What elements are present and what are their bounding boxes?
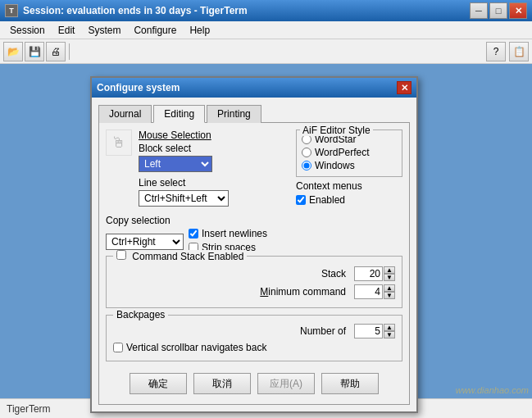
main-area: Configure system ✕ Journal Editing Print…	[0, 64, 532, 398]
top-section: 🖱 Mouse Selection Block select Left Midd…	[106, 129, 402, 256]
context-enabled-checkbox[interactable]	[296, 195, 306, 205]
stack-spinbox: ▲ ▼	[354, 266, 395, 281]
ok-button[interactable]: 确定	[130, 373, 187, 394]
copy-select-dropdown[interactable]: Ctrl+Right Ctrl+C	[106, 234, 184, 250]
stack-input[interactable]	[354, 266, 383, 281]
min-command-input[interactable]	[354, 284, 383, 299]
toolbar-separator	[69, 43, 70, 60]
tab-content-editing: 🖱 Mouse Selection Block select Left Midd…	[98, 123, 410, 405]
toolbar-open-button[interactable]: 📂	[3, 42, 23, 61]
menu-edit[interactable]: Edit	[52, 23, 82, 38]
mouse-selection-header: 🖱 Mouse Selection Block select Left Midd…	[106, 129, 289, 211]
backpages-number-row: Number of ▲ ▼	[113, 324, 395, 338]
command-stack-section: Command Stack Enabled Stack ▲ ▼	[106, 256, 402, 308]
help-button[interactable]: 帮助	[321, 373, 379, 394]
cancel-button[interactable]: 取消	[193, 373, 251, 394]
toolbar: 📂 💾 🖨 ? 📋	[0, 39, 532, 64]
aif-editor-style-group: AiF Editor Style WordStar WordPerfect	[296, 129, 402, 177]
mouse-selection-col: 🖱 Mouse Selection Block select Left Midd…	[106, 129, 289, 256]
dialog-overlay: Configure system ✕ Journal Editing Print…	[0, 64, 532, 398]
configure-system-dialog: Configure system ✕ Journal Editing Print…	[90, 76, 418, 413]
context-menus-title: Context menus	[296, 180, 402, 192]
backpages-label: Backpages	[113, 309, 168, 320]
stack-field-label: Stack	[113, 268, 351, 279]
stack-decrement-button[interactable]: ▼	[384, 274, 395, 281]
command-stack-label: Command Stack Enabled	[113, 250, 247, 262]
vertical-scroll-label: Vertical scrollbar navigates back	[126, 342, 266, 353]
status-text: TigerTerm	[7, 403, 51, 415]
insert-newlines-checkbox[interactable]	[189, 229, 198, 239]
context-enabled-label: Enabled	[309, 194, 345, 206]
menu-configure[interactable]: Configure	[127, 23, 183, 38]
min-command-label: Minimum command	[113, 286, 351, 298]
close-button[interactable]: ✕	[509, 2, 527, 19]
menu-help[interactable]: Help	[183, 23, 216, 38]
window-title: Session: evaluation ends in 30 days - Ti…	[23, 5, 248, 16]
menu-bar: Session Edit System Configure Help	[0, 21, 532, 39]
stack-row: Stack ▲ ▼	[113, 266, 395, 281]
block-select-row: Left Middle Right	[139, 156, 229, 172]
toolbar-print-button[interactable]: 🖨	[46, 42, 66, 61]
stack-increment-button[interactable]: ▲	[384, 266, 395, 274]
copy-selection-label: Copy selection	[106, 215, 289, 226]
windows-radio[interactable]	[302, 161, 311, 170]
vertical-scroll-checkbox[interactable]	[113, 343, 123, 352]
dialog-title-bar: Configure system ✕	[92, 78, 416, 98]
dialog-title: Configure system	[97, 82, 180, 93]
block-select-dropdown[interactable]: Left Middle Right	[139, 156, 212, 172]
min-command-spin-buttons: ▲ ▼	[384, 284, 395, 299]
wordperfect-radio-row: WordPerfect	[302, 147, 397, 158]
mouse-selection-label: Mouse Selection	[139, 129, 229, 141]
backpages-input[interactable]	[354, 324, 383, 338]
context-menus-section: Context menus Enabled	[296, 180, 402, 206]
watermark: www.dianhao.com	[456, 385, 529, 395]
wordperfect-label: WordPerfect	[315, 147, 369, 158]
number-of-label: Number of	[113, 325, 351, 337]
dialog-body: Journal Editing Printing	[92, 98, 416, 411]
app-icon: T	[5, 4, 18, 17]
minimize-button[interactable]: ─	[470, 2, 488, 19]
tab-journal[interactable]: Journal	[98, 105, 152, 123]
command-stack-checkbox[interactable]	[116, 250, 126, 260]
wordperfect-radio[interactable]	[302, 148, 311, 157]
title-bar: T Session: evaluation ends in 30 days - …	[0, 0, 532, 21]
maximize-button[interactable]: □	[489, 2, 507, 19]
apply-button[interactable]: 应用(A)	[257, 373, 315, 394]
backpages-increment-button[interactable]: ▲	[384, 324, 395, 331]
insert-newlines-row: Insert newlines	[189, 228, 267, 239]
line-select-row: Ctrl+Shift+Left Alt+Left	[139, 190, 229, 207]
tab-editing[interactable]: Editing	[153, 105, 205, 123]
dialog-tabs: Journal Editing Printing	[98, 104, 410, 123]
min-command-spinbox: ▲ ▼	[354, 284, 395, 299]
mouse-icon: 🖱	[106, 129, 132, 156]
mouse-selection-fields: Mouse Selection Block select Left Middle…	[139, 129, 229, 211]
editor-style-col: AiF Editor Style WordStar WordPerfect	[296, 129, 402, 256]
dialog-close-button[interactable]: ✕	[397, 81, 412, 94]
windows-radio-row: Windows	[302, 160, 397, 171]
toolbar-help-button[interactable]: ?	[486, 42, 506, 61]
block-select-label: Block select	[139, 143, 229, 154]
backpages-section: Backpages Number of ▲ ▼	[106, 315, 402, 361]
tab-printing[interactable]: Printing	[207, 105, 261, 123]
min-command-decrement-button[interactable]: ▼	[384, 292, 395, 299]
toolbar-extra-button[interactable]: 📋	[509, 42, 529, 61]
min-command-row: Minimum command ▲ ▼	[113, 284, 395, 299]
aif-style-label: AiF Editor Style	[300, 125, 373, 136]
menu-system[interactable]: System	[81, 23, 127, 38]
stack-spin-buttons: ▲ ▼	[384, 266, 395, 281]
line-select-label: Line select	[139, 177, 229, 189]
toolbar-save-button[interactable]: 💾	[25, 42, 44, 61]
min-command-increment-button[interactable]: ▲	[384, 284, 395, 292]
line-select-dropdown[interactable]: Ctrl+Shift+Left Alt+Left	[139, 190, 229, 207]
dialog-buttons: 确定 取消 应用(A) 帮助	[106, 368, 402, 398]
context-enabled-row: Enabled	[296, 194, 402, 206]
windows-label: Windows	[315, 160, 355, 171]
backpages-spin-buttons: ▲ ▼	[384, 324, 395, 338]
window-controls: ─ □ ✕	[470, 2, 527, 19]
backpages-decrement-button[interactable]: ▼	[384, 331, 395, 338]
backpages-spinbox: ▲ ▼	[354, 324, 395, 338]
insert-newlines-label: Insert newlines	[202, 228, 267, 239]
menu-session[interactable]: Session	[3, 23, 52, 38]
vertical-scroll-row: Vertical scrollbar navigates back	[113, 342, 395, 353]
